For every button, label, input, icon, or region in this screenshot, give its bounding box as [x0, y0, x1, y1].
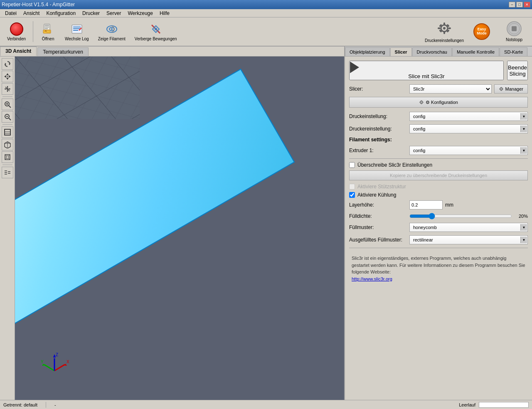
movements-icon: [149, 22, 163, 36]
3d-viewport[interactable]: X Y Z: [15, 57, 344, 400]
wechsle-log-button[interactable]: Wechsle Log: [61, 20, 93, 44]
fuelldichte-slider[interactable]: [409, 213, 512, 219]
svg-rect-17: [443, 22, 445, 25]
zeige-filament-button[interactable]: Zeige Filament: [94, 20, 129, 44]
menu-hilfe[interactable]: Hilfe: [156, 9, 173, 17]
svg-rect-86: [421, 103, 422, 105]
notstopp-button[interactable]: Notstopp: [500, 20, 529, 44]
status-sep-1: [46, 402, 46, 408]
kuehlung-label[interactable]: Aktiviere Kühlung: [357, 192, 396, 198]
svg-rect-82: [502, 89, 503, 89]
easy-mode-button[interactable]: Easy Mode: [467, 20, 496, 44]
druckeinstellung1-select[interactable]: config: [409, 112, 528, 121]
svg-marker-37: [7, 86, 8, 87]
oeffnen-button[interactable]: Öffnen: [37, 20, 59, 44]
verberge-bewegungen-button[interactable]: Verberge Bewegungen: [131, 20, 181, 44]
druckereinstellungen-label: Druckereinstellungen: [425, 38, 464, 43]
layers-button[interactable]: [2, 167, 13, 178]
menu-server[interactable]: Server: [103, 9, 124, 17]
druckeinstellung1-row: Druckeinstellung: config ▼: [349, 112, 528, 121]
tab-druckvorschau[interactable]: Druckvorschau: [412, 47, 452, 56]
layerhoehe-input[interactable]: [409, 200, 443, 209]
gear-small-icon: [499, 86, 504, 91]
svg-rect-6: [47, 31, 50, 32]
oeffnen-icon: [42, 22, 55, 36]
info-link[interactable]: http://www.slic3r.org: [352, 276, 392, 281]
move-3d-button[interactable]: [2, 83, 13, 95]
svg-rect-67: [15, 57, 140, 119]
zoom-out-button[interactable]: [2, 111, 13, 123]
druckeinstellung1-label: Druckeinstellung:: [349, 113, 409, 119]
verbinden-button[interactable]: Verbinden: [3, 20, 30, 44]
svg-point-14: [155, 28, 157, 30]
zeige-filament-icon: [105, 22, 118, 36]
beende-slicing-button[interactable]: Beende Slicing: [507, 61, 528, 80]
kopiere-label: Kopiere zu überschreibende Druckeinstell…: [390, 173, 487, 178]
slicer-label: Slicer:: [349, 86, 409, 92]
tab-temperaturkurven[interactable]: Temperaturkurven: [37, 47, 89, 56]
druckeinstellung2-wrapper: config ▼: [409, 124, 528, 133]
svg-line-68: [54, 365, 65, 371]
extruder1-select[interactable]: config: [409, 146, 528, 155]
fuelldichte-slider-wrapper: 20%: [409, 213, 528, 219]
svg-point-78: [501, 89, 502, 89]
menu-datei[interactable]: Datei: [2, 9, 20, 17]
tool-sep-2: [2, 124, 12, 125]
info-section: Slic3r ist ein eigenständiges, externes …: [349, 252, 528, 285]
tab-manuelle-kontrolle[interactable]: Manuelle Kontrolle: [452, 47, 499, 56]
svg-rect-1: [45, 25, 49, 26]
cube-view-button[interactable]: [2, 139, 13, 150]
fuellmuster-wrapper: honeycomb rectilinear line concentric ▼: [409, 223, 528, 232]
menu-ansicht[interactable]: Ansicht: [20, 9, 43, 17]
menu-werkzeuge[interactable]: Werkzeuge: [124, 9, 156, 17]
verberge-bewegungen-icon: [149, 22, 163, 36]
flat-view-button[interactable]: [2, 126, 13, 138]
move-tool-button[interactable]: [2, 71, 13, 82]
easy-label: Easy Mode: [474, 27, 489, 37]
svg-rect-18: [443, 31, 445, 34]
slicer-select[interactable]: Slic3r Cura Skeinforge: [409, 84, 492, 94]
info-text: Slic3r ist ein eigenständiges, externes …: [352, 256, 525, 274]
stuetzstruktur-checkbox[interactable]: [349, 184, 355, 190]
svg-rect-81: [499, 89, 500, 89]
maximize-button[interactable]: □: [516, 2, 523, 7]
druckeinstellung2-row: Druckereinstellung: config ▼: [349, 124, 528, 133]
ueberschreibe-label[interactable]: Überschreibe Slic3r Einstellungen: [357, 162, 432, 168]
rotate-tool-button[interactable]: [2, 58, 13, 70]
ausgefuelltes-select[interactable]: rectilinear concentric hilbertcurve: [409, 235, 528, 244]
ueberschreibe-checkbox[interactable]: [349, 162, 355, 168]
druckeinstellung2-select[interactable]: config: [409, 124, 528, 133]
layers-icon: [4, 169, 11, 176]
ausgefuelltes-row: Ausgefülltes Füllmuster: rectilinear con…: [349, 235, 528, 244]
titlebar-controls: – □ ✕: [509, 2, 530, 7]
svg-rect-88: [423, 102, 424, 103]
minimize-button[interactable]: –: [509, 2, 515, 7]
tab-objektplatzierung[interactable]: Objektplatzierung: [345, 47, 390, 56]
tab-3d-ansicht[interactable]: 3D Ansicht: [0, 47, 37, 56]
divider-2: [349, 248, 528, 248]
tool-sep-1: [2, 96, 12, 97]
konfiguration-button[interactable]: ⚙ Konfiguration: [349, 97, 528, 108]
druckeinstellung1-wrapper: config ▼: [409, 112, 528, 121]
tool-sep-3: [2, 165, 12, 165]
manager-label: Manager: [505, 86, 523, 91]
svg-rect-2: [45, 27, 49, 27]
slice-button[interactable]: Slice mit Slic3r: [349, 61, 504, 80]
view-tabs: 3D Ansicht Temperaturkurven: [0, 47, 344, 57]
filament-icon: [105, 22, 118, 36]
zoom-in-button[interactable]: [2, 99, 13, 110]
close-button[interactable]: ✕: [524, 2, 530, 7]
tab-slicer[interactable]: Slicer: [390, 47, 412, 56]
connect-circle-icon: [10, 22, 23, 36]
perspective-button[interactable]: [2, 151, 13, 163]
kopiere-button[interactable]: Kopiere zu überschreibende Druckeinstell…: [349, 170, 528, 180]
menu-drucker[interactable]: Drucker: [79, 9, 103, 17]
druckereinstellungen-button[interactable]: Druckereinstellungen: [425, 20, 464, 44]
menu-konfiguration[interactable]: Konfiguration: [43, 9, 79, 17]
fuellmuster-select[interactable]: honeycomb rectilinear line concentric: [409, 223, 528, 232]
svg-line-44: [9, 106, 11, 108]
manager-button[interactable]: Manager: [494, 84, 528, 94]
kuehlung-checkbox[interactable]: [349, 192, 355, 198]
tab-sd-karte[interactable]: SD-Karte: [500, 47, 527, 56]
viewport-wrapper: X Y Z: [0, 57, 344, 400]
